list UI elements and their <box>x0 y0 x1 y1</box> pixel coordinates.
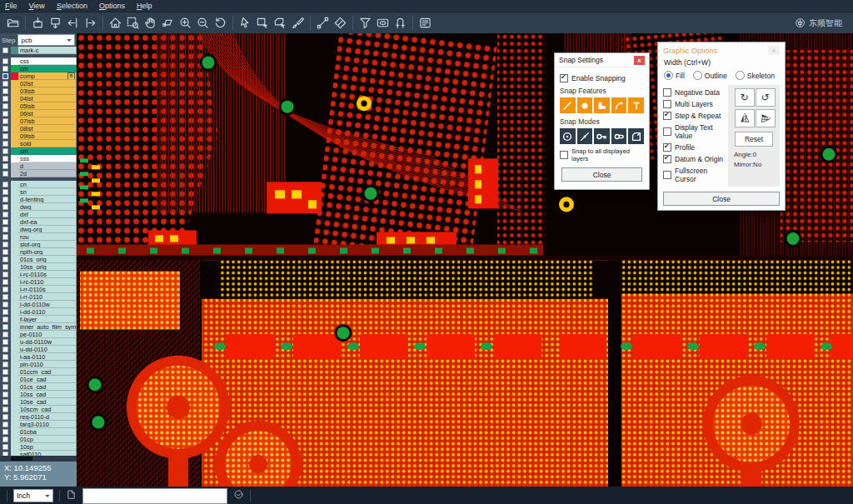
layer-visibility-checkbox[interactable] <box>2 148 8 154</box>
select-frame-icon[interactable] <box>254 14 272 32</box>
layer-row[interactable]: 08lst <box>0 125 77 132</box>
layer-row[interactable]: 02lst <box>0 80 77 87</box>
snap-close-icon[interactable]: x <box>634 56 645 65</box>
layer-row[interactable]: sn <box>0 188 77 196</box>
layer-row[interactable]: dxf-ea <box>0 218 77 226</box>
layer-visibility-checkbox[interactable] <box>2 332 8 337</box>
snap-pad-icon[interactable] <box>577 97 593 113</box>
enable-snapping[interactable]: Enable Snapping <box>560 74 644 82</box>
layer-row[interactable]: 01ccm_cad <box>0 368 77 376</box>
layer-visibility-checkbox[interactable] <box>2 66 8 72</box>
layer-row[interactable]: sold <box>0 140 77 147</box>
layer-visibility-checkbox[interactable] <box>2 73 8 79</box>
layer-visibility-checkbox[interactable] <box>2 414 8 420</box>
run-command-icon[interactable] <box>233 488 244 503</box>
layer-visibility-checkbox[interactable] <box>2 227 8 232</box>
layer-row[interactable]: u-dd-0110w <box>0 338 77 346</box>
layer-visibility-checkbox[interactable] <box>2 156 8 162</box>
filter-icon[interactable] <box>357 14 374 32</box>
layer-visibility-checkbox[interactable] <box>2 422 8 427</box>
nav-forward-icon[interactable] <box>82 14 99 32</box>
option-fullscreen-cursor-checkbox[interactable] <box>663 171 671 179</box>
snap-all-layers-checkbox[interactable] <box>560 151 568 159</box>
layer-row[interactable]: 10se_cad <box>0 398 77 406</box>
zoom-out-icon[interactable] <box>194 14 212 32</box>
layer-row[interactable]: inner_auto_film_symb <box>0 323 77 331</box>
layer-row[interactable]: 10sp <box>0 443 77 451</box>
radio-skeleton[interactable] <box>736 71 745 80</box>
layer-panel-icon[interactable] <box>417 14 434 32</box>
layer-visibility-checkbox[interactable] <box>2 189 8 195</box>
layer-row[interactable]: slot-org <box>0 241 77 248</box>
layer-visibility-checkbox[interactable] <box>2 249 8 255</box>
layer-visibility-checkbox[interactable] <box>2 96 8 102</box>
layer-row[interactable]: 09lsb <box>0 132 77 140</box>
layer-visibility-checkbox[interactable] <box>2 111 8 117</box>
preview-icon[interactable] <box>374 14 392 32</box>
layer-row[interactable]: i-rr-0110s <box>0 286 77 293</box>
menu-view[interactable]: View <box>29 2 45 10</box>
layer-row[interactable]: 01cba <box>0 428 77 436</box>
layer-visibility-checkbox[interactable] <box>2 58 8 64</box>
snap-mid-icon[interactable] <box>611 128 627 144</box>
layer-row[interactable]: i-dd-0110 <box>0 308 77 316</box>
radio-fill[interactable] <box>664 71 673 80</box>
export-icon[interactable] <box>47 14 64 32</box>
layer-row[interactable]: mark-c <box>0 47 77 54</box>
layer-row[interactable]: d-tenting <box>0 196 77 203</box>
layer-visibility-checkbox[interactable] <box>2 279 8 285</box>
layer-visibility-checkbox[interactable] <box>2 302 8 307</box>
layer-visibility-checkbox[interactable] <box>2 384 8 390</box>
layer-visibility-checkbox[interactable] <box>2 407 8 412</box>
step-select[interactable]: pcb <box>17 34 75 46</box>
layer-row[interactable]: dxf <box>0 211 77 218</box>
snap-arc-icon[interactable] <box>611 97 627 113</box>
layer-row[interactable]: cm <box>0 65 77 72</box>
snap-center-icon[interactable] <box>560 128 576 144</box>
snap-end-icon[interactable] <box>594 128 610 144</box>
pan-polygon-icon[interactable] <box>159 14 177 32</box>
layer-row[interactable]: css <box>0 57 77 65</box>
layer-visibility-checkbox[interactable] <box>2 204 8 210</box>
layer-visibility-checkbox[interactable] <box>2 212 8 217</box>
layer-row[interactable]: pin-0110 <box>0 361 77 368</box>
layer-visibility-checkbox[interactable] <box>2 377 8 382</box>
brush-icon[interactable] <box>289 14 307 32</box>
layer-visibility-checkbox[interactable] <box>2 324 8 330</box>
layer-row[interactable]: rou <box>0 233 77 241</box>
option-negative-data[interactable]: Negative Data <box>663 88 725 97</box>
layer-visibility-checkbox[interactable] <box>2 88 8 94</box>
layer-visibility-checkbox[interactable] <box>2 219 8 225</box>
rotate-ccw-button[interactable]: ↺ <box>756 88 776 107</box>
select-polygon-icon[interactable] <box>272 14 289 32</box>
option-datum-origin-checkbox[interactable] <box>663 155 671 163</box>
layer-visibility-checkbox[interactable] <box>2 182 8 187</box>
menu-options[interactable]: Options <box>99 2 125 10</box>
layer-row[interactable]: 03lsb <box>0 87 77 95</box>
import-icon[interactable] <box>29 14 47 32</box>
layer-visibility-checkbox[interactable] <box>2 392 8 397</box>
layer-visibility-checkbox[interactable] <box>2 47 8 53</box>
layer-visibility-checkbox[interactable] <box>2 362 8 367</box>
layer-row[interactable]: u-dd-0110 <box>0 346 77 353</box>
layer-visibility-checkbox[interactable] <box>2 444 8 450</box>
layer-row[interactable]: 10ss_cad <box>0 391 77 398</box>
layer-row[interactable]: reg-0110-d <box>0 413 77 421</box>
layer-row[interactable]: compB <box>0 72 77 80</box>
layer-visibility-checkbox[interactable] <box>2 339 8 345</box>
home-icon[interactable] <box>107 14 124 32</box>
layer-row[interactable]: i-aa-0110 <box>0 353 77 361</box>
option-display-text-value[interactable]: Display Text Value <box>663 123 725 140</box>
layer-row[interactable]: i-rc-0110 <box>0 278 77 286</box>
layer-row[interactable]: 01ce_cad <box>0 376 77 383</box>
menu-help[interactable]: Help <box>137 2 152 10</box>
nav-back-icon[interactable] <box>64 14 82 32</box>
layer-visibility-checkbox[interactable] <box>2 133 8 139</box>
option-step-repeat[interactable]: Step & Repeat <box>663 112 725 120</box>
option-display-text-value-checkbox[interactable] <box>663 127 671 136</box>
layer-row[interactable]: 01cp <box>0 436 77 443</box>
layer-row[interactable]: 10scm_cad <box>0 406 77 413</box>
zoom-previous-icon[interactable] <box>212 14 229 32</box>
layer-visibility-checkbox[interactable] <box>2 141 8 147</box>
layer-visibility-checkbox[interactable] <box>2 399 8 405</box>
